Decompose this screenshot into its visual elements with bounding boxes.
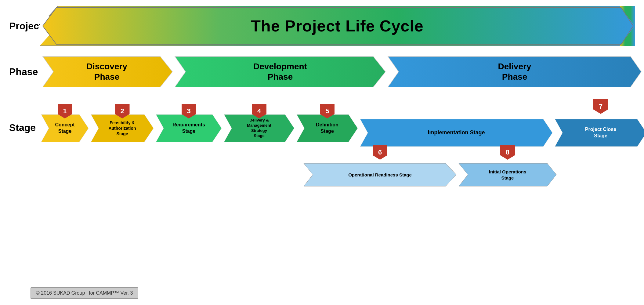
stage-6-wrapper: 6 Operational Readiness Stage	[302, 154, 458, 188]
stages-top-row: 1 ConceptStage 2 Feasib	[40, 108, 644, 148]
project-life-cycle-banner: The Project Life Cycle	[40, 6, 635, 46]
stage-7-badge: 7	[593, 99, 608, 114]
copyright: © 2016 SUKAD Group | for CAMMP™ Ver. 3	[31, 287, 138, 299]
stages-container: 1 ConceptStage 2 Feasib	[40, 98, 644, 188]
stage-4-label: Delivery &ManagementStrategyStage	[244, 118, 274, 139]
row-project-label: Project	[9, 20, 37, 32]
phases-container: DiscoveryPhase DevelopmentPhase	[40, 55, 643, 89]
stage-6-arrow: Operational Readiness Stage	[302, 162, 458, 188]
phase-development: DevelopmentPhase	[173, 55, 387, 89]
stage-6-badge: 6	[373, 145, 387, 160]
stage-1-label: ConceptStage	[52, 122, 78, 135]
stage-8-wrapper: 8 Initial OperationsStage	[457, 154, 558, 188]
stage-7-wrapper: 7 Project CloseStage	[553, 108, 644, 148]
stage-3-wrapper: 3 RequirementsStage	[154, 113, 223, 143]
row-project: Project	[9, 6, 635, 46]
stage-impl-arrow: Implementation Stage	[359, 118, 554, 148]
stage-7-label: Project CloseStage	[582, 126, 619, 139]
phase-discovery: DiscoveryPhase	[40, 55, 174, 89]
stages-bottom-row: 6 Operational Readiness Stage 8	[40, 154, 644, 188]
stage-impl-wrapper: Implementation Stage	[359, 108, 554, 148]
stage-8-label: Initial OperationsStage	[486, 169, 530, 181]
stage-1-wrapper: 1 ConceptStage	[40, 113, 90, 143]
row-phase: Phase DiscoveryPhase	[9, 55, 635, 89]
stage-6-label: Operational Readiness Stage	[345, 172, 415, 178]
row-phase-label: Phase	[9, 66, 37, 78]
stage-5-wrapper: 5 DefinitionStage	[295, 113, 359, 143]
stage-7-arrow: Project CloseStage	[553, 118, 644, 148]
phase-delivery-label: DeliveryPhase	[498, 61, 531, 82]
stage-4-wrapper: 4 Delivery &ManagementStrategyStage	[223, 113, 296, 143]
phase-development-label: DevelopmentPhase	[253, 61, 307, 82]
stage-5-label: DefinitionStage	[313, 122, 342, 135]
phase-delivery: DeliveryPhase	[386, 55, 643, 89]
stage-2-label: Feasibility &AuthorizationStage	[105, 120, 139, 137]
stage-impl-label: Implementation Stage	[425, 129, 488, 136]
stage-8-badge: 8	[500, 145, 515, 160]
main-container: Project	[0, 0, 644, 305]
row-stage: Stage 1 ConceptStage 2	[9, 98, 635, 188]
stage-3-label: RequirementsStage	[169, 122, 208, 135]
banner-title: The Project Life Cycle	[251, 17, 423, 35]
stage-2-wrapper: 2 Feasibility &AuthorizationStage	[89, 113, 155, 143]
stage-8-arrow: Initial OperationsStage	[457, 162, 558, 188]
phase-discovery-label: DiscoveryPhase	[86, 61, 127, 82]
row-stage-label: Stage	[9, 122, 37, 133]
